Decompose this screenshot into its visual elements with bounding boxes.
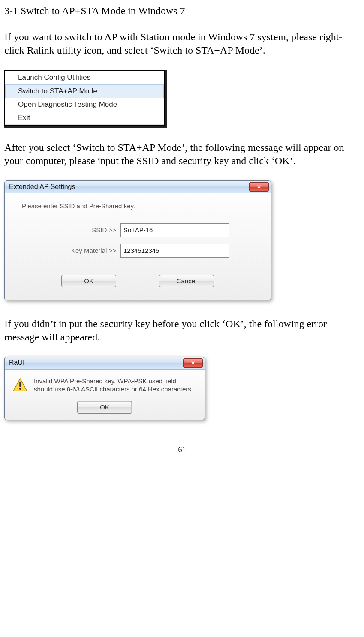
close-icon: ✕ — [191, 361, 195, 366]
svg-rect-1 — [19, 382, 21, 387]
key-material-input[interactable] — [120, 244, 229, 258]
error-dialog-title: RaUI — [9, 358, 24, 367]
svg-point-2 — [19, 388, 21, 390]
section-heading: 3-1 Switch to AP+STA Mode in Windows 7 — [4, 4, 360, 18]
menu-item-open-diagnostic[interactable]: Open Diagnostic Testing Mode — [5, 98, 164, 111]
warning-icon — [12, 377, 28, 393]
error-titlebar: RaUI ✕ — [5, 357, 205, 370]
dialog-titlebar: Extended AP Settings ✕ — [5, 181, 271, 193]
close-button[interactable]: ✕ — [183, 358, 203, 368]
ok-button[interactable]: OK — [61, 275, 116, 288]
close-icon: ✕ — [257, 184, 261, 189]
key-material-label: Key Material >> — [13, 246, 120, 255]
paragraph-2: After you select ‘Switch to STA+AP Mode’… — [4, 141, 360, 168]
paragraph-1: If you want to switch to AP with Station… — [4, 30, 360, 57]
context-menu-screenshot: Launch Config Utilities Switch to STA+AP… — [4, 70, 360, 128]
paragraph-3: If you didn’t in put the security key be… — [4, 317, 360, 344]
close-button[interactable]: ✕ — [249, 182, 269, 192]
error-dialog: RaUI ✕ Invalid WPA Pre-Shared key. WPA-P… — [4, 357, 205, 420]
error-ok-button[interactable]: OK — [77, 401, 132, 414]
extended-ap-dialog: Extended AP Settings ✕ Please enter SSID… — [4, 180, 271, 300]
menu-item-exit[interactable]: Exit — [5, 111, 164, 125]
menu-item-launch-config[interactable]: Launch Config Utilities — [5, 71, 164, 84]
context-menu: Launch Config Utilities Switch to STA+AP… — [4, 70, 165, 126]
error-dialog-screenshot: RaUI ✕ Invalid WPA Pre-Shared key. WPA-P… — [4, 357, 360, 424]
error-message: Invalid WPA Pre-Shared key. WPA-PSK used… — [34, 377, 197, 394]
menu-item-switch-sta-ap[interactable]: Switch to STA+AP Mode — [5, 84, 164, 98]
dialog-title: Extended AP Settings — [9, 183, 75, 192]
ssid-label: SSID >> — [13, 226, 120, 234]
extended-ap-dialog-screenshot: Extended AP Settings ✕ Please enter SSID… — [4, 180, 360, 304]
cancel-button[interactable]: Cancel — [159, 275, 214, 288]
ssid-input[interactable] — [120, 223, 229, 237]
page-number: 61 — [4, 445, 360, 455]
dialog-instruction: Please enter SSID and Pre-Shared key. — [22, 202, 262, 210]
